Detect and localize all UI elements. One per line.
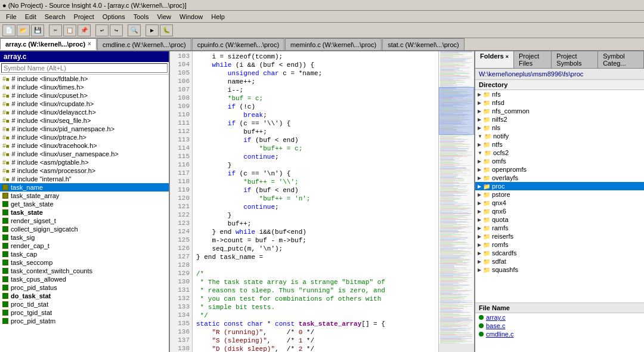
copy-btn[interactable]: 📋 — [63, 24, 76, 36]
symbol-item[interactable]: task_state — [0, 208, 169, 217]
menu-item-tools[interactable]: Tools — [130, 12, 153, 21]
search-btn[interactable]: 🔍 — [128, 24, 141, 36]
dir-item-sdfat[interactable]: ▶📁sdfat — [475, 257, 644, 265]
symbol-item[interactable]: render_cap_t — [0, 242, 169, 250]
dir-item-ramfs[interactable]: ▶📁ramfs — [475, 224, 644, 232]
file-item-array.c[interactable]: array.c — [475, 313, 644, 322]
menu-item-help[interactable]: Help — [208, 12, 228, 21]
symbol-item[interactable]: #■# include <linux/user_namespace.h> — [0, 150, 169, 158]
menu-item-view[interactable]: View — [153, 12, 175, 21]
file-list[interactable]: array.cbase.ccmdline.c — [475, 313, 644, 352]
mini-map[interactable] — [438, 51, 474, 352]
symbol-item[interactable]: task_state_array — [0, 192, 169, 200]
menu-item-window[interactable]: Window — [176, 12, 206, 21]
tab-cmdlinec[interactable]: cmdline.c (W:\kernel\...\proc) — [97, 38, 191, 50]
symbol-item[interactable]: task_sig — [0, 233, 169, 242]
var-icon — [2, 193, 8, 199]
symbol-item[interactable]: task_cpus_allowed — [0, 275, 169, 283]
menu-item-options[interactable]: Options — [99, 12, 129, 21]
right-tab-projectsymbols[interactable]: Project Symbols — [552, 51, 598, 68]
symbol-item[interactable]: task_context_switch_counts — [0, 267, 169, 275]
symbol-item[interactable]: #■# include <asm/processor.h> — [0, 166, 169, 175]
menu-item-search[interactable]: Search — [41, 12, 69, 21]
symbol-item[interactable]: #■# include <linux/pid_namespace.h> — [0, 125, 169, 133]
right-tab-folders[interactable]: Folders× — [475, 51, 514, 68]
dir-item-qnx6[interactable]: ▶📁qnx6 — [475, 207, 644, 215]
menu-item-project[interactable]: Project — [70, 12, 98, 21]
dir-item-nilfs2[interactable]: ▶📁nilfs2 — [475, 115, 644, 123]
dir-item-nfs_common[interactable]: ▶📁nfs_common — [475, 107, 644, 115]
dir-item-squashfs[interactable]: ▶📁squashfs — [475, 265, 644, 274]
dir-item-overlayfs[interactable]: ▶📁overlayfs — [475, 174, 644, 182]
symbol-item[interactable]: task_name — [0, 183, 169, 192]
save-btn[interactable]: 💾 — [31, 24, 44, 36]
symbol-label: # include <linux/fdtable.h> — [12, 75, 88, 82]
line-number: 137 — [172, 336, 190, 345]
symbol-item[interactable]: render_sigset_t — [0, 217, 169, 225]
code-text[interactable]: i = sizeof(tcomm); while (i && (buf < en… — [193, 51, 438, 352]
symbol-item[interactable]: task_seccomp — [0, 258, 169, 267]
symbol-item[interactable]: proc_tid_stat — [0, 300, 169, 308]
symbol-search-input[interactable] — [1, 63, 168, 73]
dir-item-ntfs[interactable]: ▶📁ntfs — [475, 140, 644, 149]
new-btn[interactable]: 📄 — [2, 24, 16, 36]
debug-btn[interactable]: 🐛 — [160, 24, 173, 36]
dir-item-proc[interactable]: ▶📁proc — [475, 182, 644, 190]
dir-item-quota[interactable]: ▶📁quota — [475, 215, 644, 224]
dir-item-sdcardfs[interactable]: ▶📁sdcardfs — [475, 249, 644, 257]
right-tab-close[interactable]: × — [506, 54, 509, 60]
symbol-item[interactable]: proc_pid_status — [0, 283, 169, 292]
symbol-item[interactable]: proc_tgid_stat — [0, 308, 169, 317]
tab-statc[interactable]: stat.c (W:\kernel\...\proc) — [382, 38, 465, 50]
cut-btn[interactable]: ✂ — [49, 24, 62, 36]
dir-item-romfs[interactable]: ▶📁romfs — [475, 240, 644, 249]
directory-tree[interactable]: ▶📁nfs▶📁nfsd▶📁nfs_common▶📁nilfs2▶📁nls▼📁no… — [475, 90, 644, 302]
symbol-item[interactable]: #■# include <linux/delayacct.h> — [0, 108, 169, 116]
right-tab-symbolcateg...[interactable]: Symbol Categ... — [598, 51, 644, 68]
symbol-item[interactable]: #■# include <linux/rcupdate.h> — [0, 100, 169, 108]
tab-arrayc[interactable]: array.c (W:\kernel\...\proc)× — [0, 38, 97, 50]
dir-item-nls[interactable]: ▶📁nls — [475, 123, 644, 132]
symbol-item[interactable]: do_task_stat — [0, 292, 169, 300]
symbol-item[interactable]: #■# include <linux/fdtable.h> — [0, 75, 169, 83]
redo-btn[interactable]: ↪ — [110, 24, 123, 36]
symbol-label: task_context_switch_counts — [11, 267, 92, 274]
symbol-item[interactable]: proc_pid_statm — [0, 317, 169, 325]
symbol-item[interactable]: #■# include <linux/cpuset.h> — [0, 91, 169, 100]
tab-close-array.c[interactable]: × — [88, 41, 91, 47]
code-content[interactable]: 1031041051061071081091101111121131141151… — [170, 51, 474, 352]
dir-item-pstore[interactable]: ▶📁pstore — [475, 190, 644, 199]
symbol-item[interactable]: collect_sigign_sigcatch — [0, 225, 169, 233]
symbol-item[interactable]: task_cap — [0, 250, 169, 258]
symbol-item[interactable]: #■# include "internal.h" — [0, 175, 169, 183]
dir-item-omfs[interactable]: ▶📁omfs — [475, 157, 644, 165]
symbol-item[interactable]: #■# include <linux/seq_file.h> — [0, 116, 169, 125]
file-item-cmdline.c[interactable]: cmdline.c — [475, 330, 644, 338]
build-btn[interactable]: ▶ — [145, 24, 159, 36]
dir-item-nfsd[interactable]: ▶📁nfsd — [475, 98, 644, 107]
dir-item-reiserfs[interactable]: ▶📁reiserfs — [475, 232, 644, 240]
tab-cpuinfoc[interactable]: cpuinfo.c (W:\kernel\...\proc) — [192, 38, 284, 50]
tab-meminfoc[interactable]: meminfo.c (W:\kernel\...\proc) — [285, 38, 382, 50]
include-icon: #■ — [2, 117, 10, 124]
file-item-base.c[interactable]: base.c — [475, 322, 644, 330]
dir-item-ocfs2[interactable]: ▼📁ocfs2 — [475, 149, 644, 157]
dir-item-openpromfs[interactable]: ▶📁openpromfs — [475, 165, 644, 174]
menu-item-file[interactable]: File — [2, 12, 20, 21]
menu-item-edit[interactable]: Edit — [21, 12, 40, 21]
line-number: 135 — [172, 320, 190, 328]
open-btn[interactable]: 📂 — [17, 24, 30, 36]
symbol-search-area[interactable] — [0, 62, 169, 75]
symbol-item[interactable]: #■# include <asm/pgtable.h> — [0, 158, 169, 166]
dir-item-notify[interactable]: ▼📁notify — [475, 132, 644, 140]
symbol-item[interactable]: get_task_state — [0, 200, 169, 208]
right-tab-projectfiles[interactable]: Project Files — [514, 51, 552, 68]
dir-item-qnx4[interactable]: ▶📁qnx4 — [475, 199, 644, 207]
symbol-item[interactable]: #■# include <linux/ptrace.h> — [0, 133, 169, 141]
symbol-item[interactable]: #■# include <linux/tracehook.h> — [0, 141, 169, 150]
dir-name: overlayfs — [492, 174, 518, 181]
undo-btn[interactable]: ↩ — [95, 24, 109, 36]
paste-btn[interactable]: 📌 — [78, 24, 91, 36]
symbol-item[interactable]: #■# include <linux/times.h> — [0, 83, 169, 91]
dir-item-nfs[interactable]: ▶📁nfs — [475, 90, 644, 98]
